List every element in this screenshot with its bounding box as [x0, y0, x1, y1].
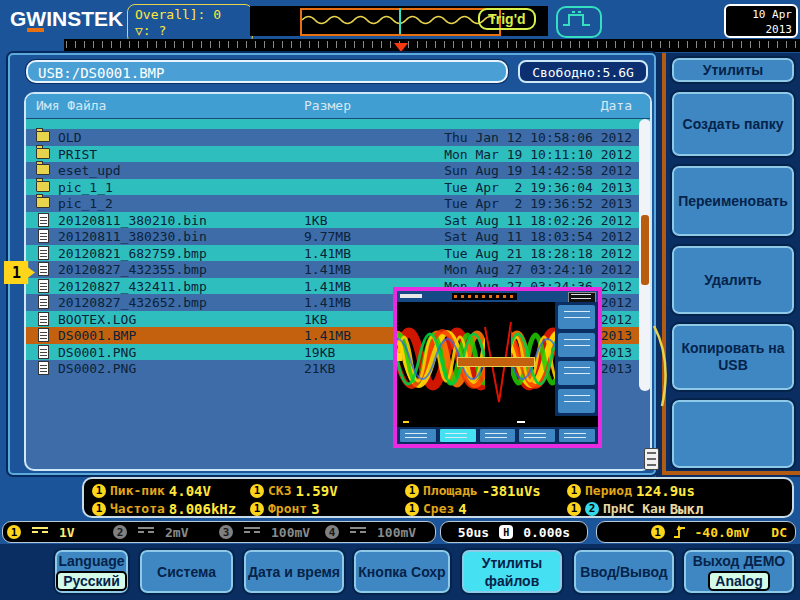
file-size: 1.41MB: [304, 278, 351, 295]
channel-2-status: 22mV: [113, 525, 219, 540]
side-divider-bottom: [666, 471, 800, 475]
oscilloscope-screen: GWINSTEK Overall]: 0 ▽: ? Trig'd 10 Apr …: [0, 0, 800, 600]
file-row[interactable]: OLDThu Jan 12 10:58:06 2012: [26, 129, 650, 146]
file-name: BOOTEX.LOG: [58, 311, 136, 328]
file-name: 20120827_432652.bmp: [58, 294, 207, 311]
scrollbar-thumb[interactable]: [641, 215, 649, 285]
measurement-2: 1СКЗ1.59V: [250, 482, 338, 499]
side-divider: [662, 53, 666, 475]
menu-button-system[interactable]: Система: [138, 548, 235, 595]
thumbnail-menu-button: [399, 428, 437, 443]
file-list-header: Имя Файла Размер Дата: [26, 94, 650, 119]
thumbnail-menu-button: [558, 428, 596, 443]
channel-badge: 2: [113, 525, 127, 539]
file-row[interactable]: pic_1_2Tue Apr 2 19:36:52 2013: [26, 195, 650, 212]
menu-button-demo-output[interactable]: Выход ДЕМОAnalog: [682, 548, 796, 595]
timebase-scale: 50us: [458, 525, 489, 540]
thumbnail-menu-button: [479, 428, 517, 443]
folder-icon: [36, 197, 50, 208]
measurement-label: Частота: [110, 501, 165, 516]
column-header-name: Имя Файла: [36, 94, 106, 118]
channel-status-segment: 11V22mV3100mV4100mV: [2, 521, 436, 543]
file-date: Sat Aug 11 18:02:26 2012: [444, 212, 632, 229]
side-button-create-folder[interactable]: Создать папку: [670, 90, 796, 158]
file-date: 2013: [601, 344, 632, 361]
file-name: pic_1_1: [58, 179, 113, 196]
channel-1-status: 11V: [7, 525, 113, 540]
channel-badge: 1: [567, 484, 581, 498]
file-icon: [38, 229, 49, 243]
pulse-icon: [556, 6, 602, 38]
trigger-channel-badge: 1: [651, 525, 665, 539]
menu-button-value: Русский: [56, 571, 127, 591]
file-name: DS0001.BMP: [58, 327, 136, 344]
side-button-rename[interactable]: Переименовать: [670, 164, 796, 238]
ruler-ticks: [66, 41, 796, 48]
free-space-badge: Свободно:5.6G: [518, 60, 648, 83]
measurement-value: Выкл: [670, 501, 704, 517]
menu-button-label: файлов: [485, 573, 540, 589]
file-row[interactable]: eset_updSun Aug 19 14:42:58 2012: [26, 162, 650, 179]
file-name: DS0001.PNG: [58, 344, 136, 361]
menu-button-label: Language: [58, 553, 124, 569]
file-name: 20120811_380210.bin: [58, 212, 207, 229]
thumbnail-topbar: [397, 291, 598, 302]
file-date: Mon Aug 27 03:24:10 2012: [444, 261, 632, 278]
measurement-3: 1Площадь-381uVs: [405, 482, 541, 499]
menu-button-save-key[interactable]: Кнопка Сохр: [352, 548, 452, 595]
menu-button-file-utilities[interactable]: Утилитыфайлов: [460, 548, 564, 595]
file-row[interactable]: 20120811_380230.bin9.77MBSat Aug 11 18:0…: [26, 228, 650, 245]
channel-scale: 2mV: [165, 525, 188, 540]
channel-badge: 1: [250, 484, 264, 498]
measurement-label: Площадь: [423, 483, 478, 498]
file-size: 1.41MB: [304, 261, 351, 278]
folder-icon: [36, 148, 50, 159]
datetime-display: 10 Apr 2013 16:06:36: [724, 4, 798, 38]
file-name: PRIST: [58, 146, 97, 163]
measurement-8: 12ПрНС КанВыкл: [567, 500, 703, 517]
logo-underline: [27, 28, 44, 32]
file-icon: [38, 328, 49, 342]
measurement-label: Период: [585, 483, 632, 498]
file-icon: [38, 361, 49, 375]
thumbnail-memory-bar: [452, 293, 517, 300]
measurement-value: 4.04V: [169, 483, 211, 499]
thumbnail-side-button: [557, 360, 596, 386]
side-button-delete[interactable]: Удалить: [670, 244, 796, 316]
menu-button-io[interactable]: Ввод/Вывод: [572, 548, 676, 595]
measurement-label: СКЗ: [268, 483, 291, 498]
side-button-empty[interactable]: [670, 398, 796, 470]
side-button-copy-to-usb[interactable]: Копировать на USB: [670, 322, 796, 392]
menu-button-language[interactable]: LanguageРусский: [53, 548, 130, 595]
dc-coupling-icon: [350, 527, 366, 537]
measurement-value: 8.006kHz: [169, 501, 236, 517]
menu-button-date-time[interactable]: Дата и время: [242, 548, 346, 595]
horizontal-icon: H: [499, 525, 513, 539]
menu-button-value: Analog: [708, 571, 769, 591]
file-row[interactable]: PRISTMon Mar 19 10:11:10 2012: [26, 146, 650, 163]
channel-badge: 1: [405, 484, 419, 498]
file-icon: [38, 279, 49, 293]
measurement-label: Фронт: [268, 501, 307, 516]
file-name: OLD: [58, 129, 81, 146]
bottom-menu-bar: LanguageРусскийСистемаДата и времяКнопка…: [0, 544, 800, 600]
file-row[interactable]: 20120811_380210.bin1KBSat Aug 11 18:02:2…: [26, 212, 650, 229]
image-preview-overlay: [393, 287, 602, 448]
dc-coupling-icon: [138, 527, 154, 537]
thumbnail-side-button: [557, 332, 596, 358]
thumbnail-menu-button: [439, 428, 477, 443]
file-icon: [38, 295, 49, 309]
file-row[interactable]: 20120821_682759.bmp1.41MBTue Aug 21 18:2…: [26, 245, 650, 262]
channel-badge: 1: [92, 502, 106, 516]
file-size: 9.77MB: [304, 228, 351, 245]
overall-status-box: Overall]: 0 ▽: ?: [127, 4, 253, 44]
channel-3-status: 3100mV: [219, 525, 325, 540]
file-row[interactable]: 20120827_432355.bmp1.41MBMon Aug 27 03:2…: [26, 261, 650, 278]
file-row[interactable]: pic_1_1Tue Apr 2 19:36:04 2013: [26, 179, 650, 196]
file-name: DS0002.PNG: [58, 360, 136, 377]
measurement-6: 1Фронт3: [250, 500, 320, 517]
channel-badge: 1: [92, 484, 106, 498]
file-icon: [38, 312, 49, 326]
thumbnail-channel-marker: [397, 353, 402, 361]
measurement-value: 3: [311, 501, 319, 517]
